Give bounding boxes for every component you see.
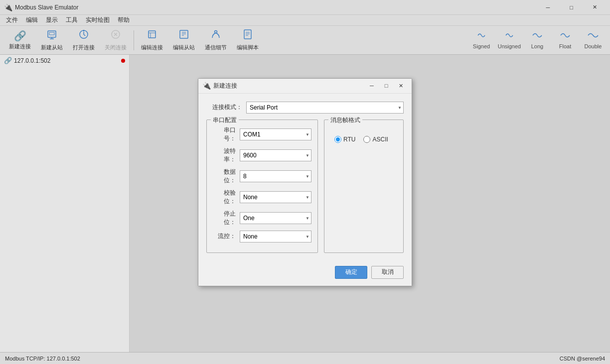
- rtu-label[interactable]: RTU: [334, 136, 355, 143]
- data-bits-row: 数据位： 5678: [213, 168, 311, 185]
- message-format-group: 消息帧格式 RTU ASCII: [324, 120, 404, 253]
- data-bits-label: 数据位：: [213, 168, 236, 185]
- baud-rate-select[interactable]: 1200240048009600192003840057600115200: [240, 149, 311, 161]
- baud-rate-select-wrapper: 1200240048009600192003840057600115200: [240, 149, 311, 161]
- dialog-overlay: 🔌 新建连接 ─ □ ✕ 连接模式： Serial Port TCP/IP UD…: [0, 0, 610, 364]
- parity-select[interactable]: NoneEvenOddMarkSpace: [240, 191, 311, 203]
- dialog-title-bar: 🔌 新建连接 ─ □ ✕: [198, 79, 412, 94]
- port-config-section: 串口配置 串口号： COM1COM2COM3COM4 波特率：: [206, 120, 318, 253]
- dialog-footer: 确定 取消: [198, 261, 412, 286]
- port-number-select[interactable]: COM1COM2COM3COM4: [240, 128, 311, 140]
- data-bits-select-wrapper: 5678: [240, 170, 311, 182]
- dialog-body: 串口配置 串口号： COM1COM2COM3COM4 波特率：: [206, 120, 404, 253]
- dialog-controls: ─ □ ✕: [365, 80, 408, 91]
- parity-select-wrapper: NoneEvenOddMarkSpace: [240, 191, 311, 203]
- port-number-label: 串口号：: [213, 126, 236, 143]
- dialog-content: 连接模式： Serial Port TCP/IP UDP/IP 串口配置: [198, 94, 412, 261]
- data-bits-select[interactable]: 5678: [240, 170, 311, 182]
- connection-mode-select[interactable]: Serial Port TCP/IP UDP/IP: [246, 102, 404, 114]
- radio-group: RTU ASCII: [330, 126, 397, 149]
- rtu-row: RTU ASCII: [334, 134, 393, 145]
- connection-mode-row: 连接模式： Serial Port TCP/IP UDP/IP: [206, 102, 404, 114]
- dialog-maximize-button[interactable]: □: [379, 80, 393, 91]
- flow-control-label: 流控：: [213, 232, 236, 241]
- connection-mode-select-wrapper: Serial Port TCP/IP UDP/IP: [246, 102, 404, 114]
- dialog-close-button[interactable]: ✕: [394, 80, 408, 91]
- parity-row: 校验位： NoneEvenOddMarkSpace: [213, 189, 311, 206]
- ascii-label[interactable]: ASCII: [363, 136, 388, 143]
- parity-label: 校验位：: [213, 189, 236, 206]
- message-format-section: 消息帧格式 RTU ASCII: [324, 120, 404, 253]
- connection-mode-label: 连接模式：: [206, 103, 242, 112]
- confirm-button[interactable]: 确定: [335, 266, 367, 279]
- baud-rate-label: 波特率：: [213, 147, 236, 164]
- rtu-radio[interactable]: [334, 136, 341, 143]
- dialog-icon: 🔌: [202, 82, 210, 90]
- cancel-button[interactable]: 取消: [371, 266, 404, 279]
- port-config-title: 串口配置: [211, 116, 239, 124]
- flow-control-row: 流控： NoneXon/XoffRTS/CTSDTR/DSR: [213, 231, 311, 243]
- message-format-title: 消息帧格式: [328, 116, 362, 124]
- port-number-select-wrapper: COM1COM2COM3COM4: [240, 128, 311, 140]
- port-config-group: 串口配置 串口号： COM1COM2COM3COM4 波特率：: [206, 120, 318, 253]
- flow-control-select[interactable]: NoneXon/XoffRTS/CTSDTR/DSR: [240, 231, 311, 243]
- ascii-radio[interactable]: [363, 136, 370, 143]
- baud-rate-row: 波特率： 12002400480096001920038400576001152…: [213, 147, 311, 164]
- stop-bits-select-wrapper: OneTwoOnePointFive: [240, 212, 311, 224]
- stop-bits-label: 停止位：: [213, 210, 236, 227]
- ascii-text: ASCII: [372, 136, 388, 143]
- flow-control-select-wrapper: NoneXon/XoffRTS/CTSDTR/DSR: [240, 231, 311, 243]
- stop-bits-select[interactable]: OneTwoOnePointFive: [240, 212, 311, 224]
- stop-bits-row: 停止位： OneTwoOnePointFive: [213, 210, 311, 227]
- rtu-text: RTU: [343, 136, 355, 143]
- port-number-row: 串口号： COM1COM2COM3COM4: [213, 126, 311, 143]
- dialog-title: 新建连接: [213, 82, 365, 90]
- new-connection-dialog: 🔌 新建连接 ─ □ ✕ 连接模式： Serial Port TCP/IP UD…: [198, 78, 412, 286]
- dialog-minimize-button[interactable]: ─: [365, 80, 379, 91]
